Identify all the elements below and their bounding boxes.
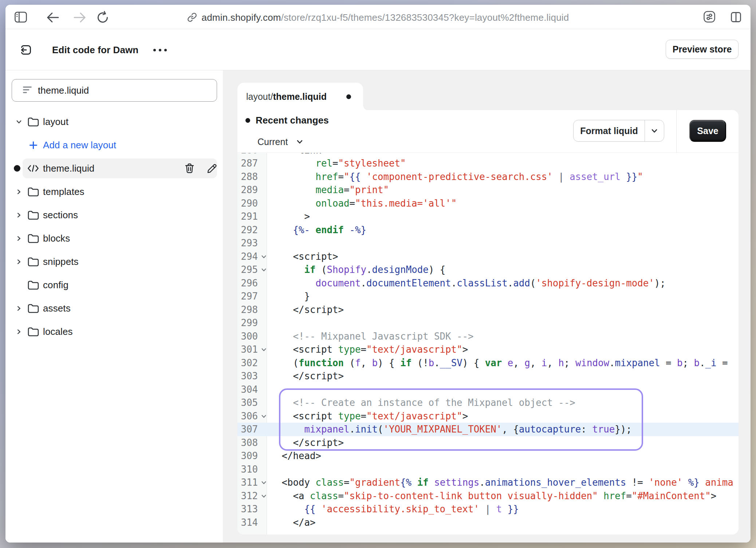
- line-number: 287: [237, 157, 258, 170]
- code-line: href="{{ 'component-predictive-search.cs…: [267, 170, 643, 184]
- sidebar-item-label: Add a new layout: [43, 133, 116, 157]
- dot: [159, 49, 161, 51]
- line-number: 297: [237, 290, 258, 303]
- split-view-icon[interactable]: [731, 12, 741, 22]
- code-line: </a>: [267, 516, 316, 529]
- format-liquid-button[interactable]: Format liquid: [573, 120, 664, 142]
- line-number: 288: [237, 170, 258, 184]
- file-tab[interactable]: layout/theme.liquid: [237, 83, 363, 110]
- code-line: if (Shopify.designMode) {: [267, 263, 445, 277]
- code-line: <script>: [267, 250, 338, 263]
- line-number: 306: [237, 410, 258, 423]
- browser-toolbar: admin.shopify.com/store/rzq1xu-f5/themes…: [5, 5, 751, 29]
- folder-icon: [27, 110, 39, 133]
- folder-icon: [27, 297, 39, 320]
- editor-toolbar: Recent changes Current Format liquid Sav…: [237, 110, 739, 153]
- line-number: 304: [237, 383, 258, 396]
- chevron-right-icon[interactable]: [16, 250, 22, 273]
- line-number: 302: [237, 356, 258, 370]
- line-number: 313: [237, 502, 258, 516]
- code-line: <!-- Mixpanel Javascript SDK -->: [267, 330, 474, 343]
- filter-icon: [23, 86, 32, 95]
- format-options-chevron-icon[interactable]: [645, 126, 664, 135]
- search-input[interactable]: [38, 85, 198, 96]
- sidebar-item-locales[interactable]: locales: [5, 320, 223, 343]
- code-line: document.documentElement.classList.add('…: [267, 277, 666, 290]
- sidebar-item-assets[interactable]: assets: [5, 297, 223, 320]
- chevron-right-icon[interactable]: [16, 297, 22, 320]
- address-bar[interactable]: admin.shopify.com/store/rzq1xu-f5/themes…: [5, 6, 751, 31]
- folder-icon: [27, 227, 39, 250]
- chevron-right-icon[interactable]: [16, 203, 22, 227]
- dot: [153, 49, 156, 51]
- sidebar-item-blocks[interactable]: blocks: [5, 227, 223, 250]
- code-line: <script type="text/javascript">: [267, 410, 468, 423]
- line-number: 294: [237, 250, 258, 263]
- exit-icon[interactable]: [20, 44, 32, 56]
- sidebar-item-theme.liquid[interactable]: theme.liquid: [5, 157, 223, 180]
- save-button[interactable]: Save: [689, 120, 726, 142]
- editor-card: Recent changes Current Format liquid Sav…: [237, 110, 739, 535]
- folder-icon: [27, 203, 39, 227]
- line-number: 289: [237, 183, 258, 197]
- fold-chevron-icon[interactable]: [260, 343, 267, 356]
- url-text: admin.shopify.com/store/rzq1xu-f5/themes…: [187, 12, 569, 25]
- chevron-down-icon[interactable]: [16, 110, 22, 133]
- code-line: (function (f, b) { if (!b.__SV) { var e,…: [267, 356, 728, 370]
- version-select[interactable]: Current: [257, 137, 288, 147]
- line-number: 310: [237, 463, 258, 476]
- more-actions-icon[interactable]: [153, 30, 167, 70]
- line-number: 303: [237, 369, 258, 383]
- code-line: >: [267, 210, 310, 223]
- folder-icon: [27, 320, 39, 343]
- pencil-icon[interactable]: [207, 163, 217, 173]
- fold-chevron-icon[interactable]: [260, 263, 267, 277]
- file-tab-label: layout/theme.liquid: [246, 91, 327, 102]
- tab-corner-fillet: [363, 105, 368, 110]
- code-line: {%- endif -%}: [267, 223, 366, 237]
- code-editor[interactable]: 2862872882892902912922932942952962972982…: [237, 153, 739, 535]
- line-number: 300: [237, 330, 258, 343]
- sidebar-item-templates[interactable]: templates: [5, 180, 223, 203]
- trash-icon[interactable]: [185, 163, 194, 173]
- version-chevron-icon[interactable]: [296, 138, 304, 147]
- fold-chevron-icon[interactable]: [260, 476, 267, 489]
- code-line: rel="stylesheet": [267, 157, 406, 170]
- code-line: </head>: [267, 449, 321, 463]
- row-actions: [185, 157, 217, 180]
- sidebar-item-config[interactable]: config: [5, 273, 223, 297]
- line-number: 293: [237, 236, 258, 250]
- sidebar-item-label: sections: [43, 203, 78, 227]
- code-line: [267, 236, 271, 250]
- fold-chevron-icon[interactable]: [260, 250, 267, 263]
- browser-window: admin.shopify.com/store/rzq1xu-f5/themes…: [5, 5, 751, 543]
- chevron-right-icon[interactable]: [16, 320, 22, 343]
- code-line: onload="this.media='all'": [267, 197, 457, 210]
- line-number: 307: [237, 423, 258, 436]
- sidebar-item-layout[interactable]: layout: [5, 110, 223, 133]
- page-title: Edit code for Dawn: [52, 30, 138, 70]
- folder-icon: [27, 273, 39, 297]
- sidebar-item-label: snippets: [43, 250, 79, 273]
- fold-chevron-icon[interactable]: [260, 489, 267, 503]
- line-number: 312: [237, 489, 258, 503]
- chevron-right-icon[interactable]: [16, 180, 22, 203]
- code-line: [267, 463, 271, 476]
- code-icon: [27, 157, 39, 180]
- link-icon: [187, 12, 197, 25]
- code-line: <script type="text/javascript">: [267, 343, 468, 356]
- sidebar-item-label: locales: [43, 320, 73, 343]
- fold-chevron-icon[interactable]: [260, 410, 267, 423]
- chevron-right-icon[interactable]: [16, 227, 22, 250]
- sidebar-item-snippets[interactable]: snippets: [5, 250, 223, 273]
- code-line: mixpanel.init('YOUR_MIXPANEL_TOKEN', {au…: [267, 423, 632, 436]
- preview-store-button[interactable]: Preview store: [666, 40, 739, 59]
- line-number: 290: [237, 197, 258, 210]
- workspace: layoutAdd a new layouttheme.liquidtempla…: [5, 70, 751, 543]
- line-number: 308: [237, 436, 258, 450]
- sidebar-item-add-a-new-layout[interactable]: Add a new layout: [5, 133, 223, 157]
- line-number: 309: [237, 449, 258, 463]
- sidebar-item-sections[interactable]: sections: [5, 203, 223, 227]
- unsaved-file-dot: [14, 165, 20, 172]
- browser-settings-icon[interactable]: [704, 11, 715, 23]
